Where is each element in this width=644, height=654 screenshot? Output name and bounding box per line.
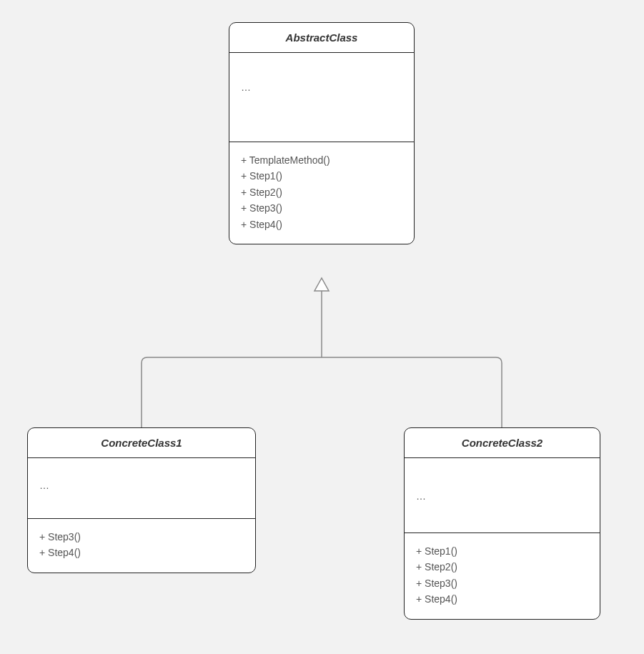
class-title-concrete1: ConcreteClass1 (28, 428, 255, 458)
method-row: + Step1() (241, 168, 402, 184)
uml-class-abstract: AbstractClass … + TemplateMethod() + Ste… (229, 22, 415, 244)
class-methods-abstract: + TemplateMethod() + Step1() + Step2() +… (229, 142, 414, 244)
method-row: + Step4() (241, 217, 402, 232)
method-row: + Step4() (39, 545, 244, 560)
class-title-concrete2: ConcreteClass2 (405, 428, 600, 458)
uml-class-concrete2: ConcreteClass2 … + Step1() + Step2() + S… (404, 427, 600, 620)
method-row: + Step2() (241, 184, 402, 200)
uml-class-concrete1: ConcreteClass1 … + Step3() + Step4() (27, 427, 256, 573)
svg-marker-0 (314, 278, 329, 291)
method-row: + Step2() (416, 559, 588, 575)
method-row: + TemplateMethod() (241, 152, 402, 168)
method-row: + Step3() (39, 529, 244, 545)
method-row: + Step4() (416, 591, 588, 607)
method-row: + Step3() (416, 575, 588, 591)
class-methods-concrete2: + Step1() + Step2() + Step3() + Step4() (405, 533, 600, 619)
class-attrs-concrete2: … (405, 458, 600, 533)
method-row: + Step1() (416, 543, 588, 559)
class-attrs-concrete1: … (28, 458, 255, 519)
method-row: + Step3() (241, 200, 402, 216)
class-methods-concrete1: + Step3() + Step4() (28, 519, 255, 573)
class-title-abstract: AbstractClass (229, 23, 414, 53)
class-attrs-abstract: … (229, 53, 414, 142)
